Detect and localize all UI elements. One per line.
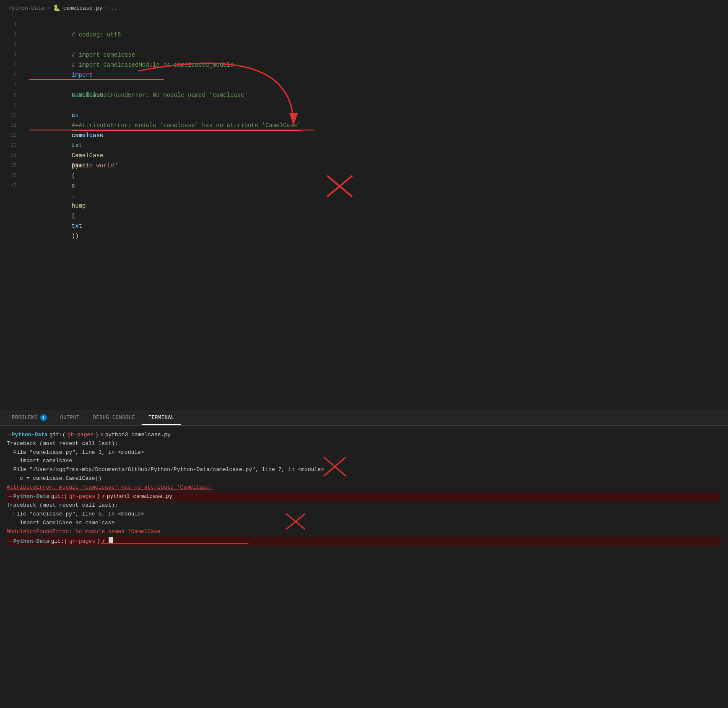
tab-debug-console[interactable]: DEBUG CONSOLE [86,411,142,425]
problems-badge: 1 [40,414,47,421]
editor-area[interactable]: 1 2 3 4 5 6 7 8 9 10 11 12 13 14 15 16 1 [0,16,728,310]
tab-problems-label: PROBLEMS [12,415,38,421]
code-line-12: txt = "hello world" [29,130,728,141]
line-numbers: 1 2 3 4 5 6 7 8 9 10 11 12 13 14 15 16 1 [0,16,25,194]
code-module-ref: camelcase [72,132,104,139]
prompt-git-close-3: ) [97,537,100,546]
prompt-git-2: git:( [51,492,68,501]
terminal-error-2: ModuleNotFoundError: No module named 'Ca… [7,528,721,536]
code-line-10: # AttributeError: module 'camelcase' has… [29,110,728,120]
prompt-git-3: git:( [51,537,68,546]
line-num-15: 15 [0,161,25,171]
prompt-arrow-2: → [8,492,12,501]
code-func-hump: hump [72,203,86,209]
prompt-dir-3: Python-Data [13,537,49,546]
line-num-17: 17 [0,181,25,191]
terminal-line-file1: File "camelcase.py", line 3, in <module> [7,448,721,457]
terminal-line-import1: import camelcase [7,457,721,466]
editor-empty-space [0,310,728,411]
breadcrumb-file-icon: 🐍 [53,4,61,12]
terminal-line-call1: c = camelcase.CamelCase() [7,474,721,483]
code-comment-3: # import camelcase [72,52,135,58]
terminal-error-text-1: AttributeError: module 'camelcase' has n… [7,484,213,490]
code-comment-1: # coding: utf8 [72,31,121,38]
terminal-cursor [109,537,113,543]
code-line-14: print ( c . hump ( txt )) [29,151,728,161]
line-num-8: 8 [0,90,25,100]
prompt-cmd-1: python3 camelcase.py [105,431,171,440]
line-num-6: 6 [0,70,25,80]
code-container: 1 2 3 4 5 6 7 8 9 10 11 12 13 14 15 16 1 [0,16,728,194]
breadcrumb-filename: camelcase.py [63,5,103,11]
line-num-14: 14 [0,151,25,161]
editor-wrapper: 1 2 3 4 5 6 7 8 9 10 11 12 13 14 15 16 1 [0,16,728,310]
terminal-prompt-3: → Python-Data git:( gh-pages ) ✗ [7,536,721,547]
terminal-prompt-1: → Python-Data git:( gh-pages ) ✗ python3… [7,431,721,440]
code-line-11 [29,120,315,130]
tab-debug-label: DEBUG CONSOLE [93,415,135,421]
terminal-panel: PROBLEMS 1 OUTPUT DEBUG CONSOLE TERMINAL… [0,411,728,551]
prompt-branch-1: gh-pages [68,431,94,440]
line-num-10: 10 [0,110,25,120]
line-num-5: 5 [0,60,25,70]
code-line-9: c = camelcase . CamelCase () [29,100,728,110]
terminal-line-tb2: Traceback (most recent call last): [7,501,721,510]
line-num-7: 7 [0,80,25,90]
terminal-prompt-2: → Python-Data git:( gh-pages ) ✗ python3… [7,492,721,502]
code-var-txt: txt [72,142,82,149]
line-num-9: 9 [0,100,25,110]
breadcrumb-sep1: > [47,5,50,11]
line-num-1: 1 [0,20,25,30]
terminal-error-text-2: ModuleNotFoundError: No module named 'Ca… [7,528,164,535]
prompt-branch-2: gh-pages [69,492,95,501]
line-num-12: 12 [0,130,25,141]
line-num-13: 13 [0,141,25,151]
code-func-print: print [72,162,89,169]
prompt-branch-3: gh-pages [69,537,95,546]
terminal-line-tb1: Traceback (most recent call last): [7,440,721,448]
tab-output-label: OUTPUT [60,415,80,421]
prompt-arrow-1: → [7,431,10,440]
line-num-4: 4 [0,50,25,60]
code-line-13 [29,141,728,151]
prompt-arrow-3: → [8,537,12,546]
prompt-git-1: git:( [49,431,66,440]
terminal-error-1: AttributeError: module 'camelcase' has n… [7,483,721,492]
code-line-6 [29,70,164,80]
app-container: Python-Data > 🐍 camelcase.py > ... 1 2 3… [0,0,728,551]
code-line-16 [29,171,728,181]
code-line-2 [29,30,728,40]
code-line-17 [29,181,728,191]
code-var-c2: c [72,182,75,189]
tab-problems[interactable]: PROBLEMS 1 [5,411,54,425]
terminal-line-file3: File "camelcase.py", line 5, in <module> [7,510,721,519]
code-line-1: # coding: utf8 [29,20,728,30]
code-lines: # coding: utf8 # import camelcase # impo… [25,16,728,194]
terminal-content[interactable]: → Python-Data git:( gh-pages ) ✗ python3… [0,426,728,551]
prompt-git-close-1: ) [95,431,99,440]
tab-terminal[interactable]: TERMINAL [142,411,181,425]
code-var-txt2: txt [72,223,82,229]
code-line-15 [29,161,728,171]
tab-terminal-label: TERMINAL [148,415,174,421]
terminal-tabs: PROBLEMS 1 OUTPUT DEBUG CONSOLE TERMINAL [0,411,728,426]
breadcrumb-folder: Python-Data [8,5,44,11]
line-num-16: 16 [0,171,25,181]
code-line-3: # import camelcase [29,40,728,50]
prompt-x-2: ✗ [102,492,105,501]
breadcrumb-ellipsis: ... [111,5,120,11]
line-num-2: 2 [0,30,25,40]
line-num-3: 3 [0,40,25,50]
line-num-11: 11 [0,120,25,130]
breadcrumb-sep2: > [105,5,108,11]
terminal-line-import2: import CamelCase as camelcase [7,519,721,528]
code-comment-7: # ModuleNotFoundError: No module named '… [72,92,248,99]
prompt-cmd-2: python3 camelcase.py [107,492,172,501]
prompt-x-1: ✗ [100,431,104,440]
prompt-dir-1: Python-Data [12,431,48,440]
code-comment-4: # import CamelcasedModule as camelcased_… [72,62,234,68]
tab-output[interactable]: OUTPUT [54,411,86,425]
prompt-git-close-2: ) [97,492,100,501]
code-line-7: # ModuleNotFoundError: No module named '… [29,80,728,90]
prompt-x-3: ✗ [102,537,105,546]
